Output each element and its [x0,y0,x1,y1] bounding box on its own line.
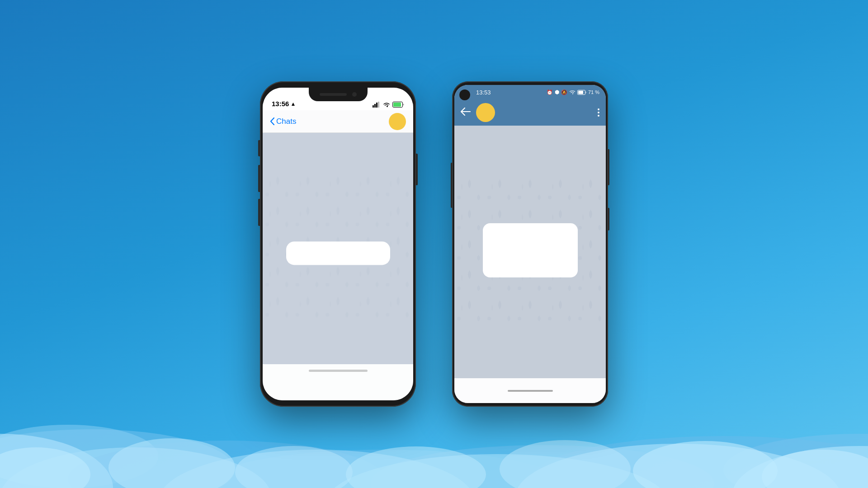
android-back-button[interactable] [461,107,471,118]
svg-rect-22 [376,103,377,108]
android-bluetooth-icon: ⬢ [555,89,559,95]
android-status-bar: 13:53 ⏰ ⬢ 🔕 [454,85,606,99]
ios-camera [352,92,357,97]
android-more-dot-1 [598,108,599,110]
ios-bottom-bar [263,364,413,400]
ios-location-icon: ▲ [290,101,296,107]
ios-status-icons [373,102,404,108]
ios-back-label: Chats [276,117,296,126]
ios-home-indicator [309,370,368,372]
ios-volume-up-button [258,165,260,192]
android-battery-icon [577,90,586,95]
android-chat-area [454,126,606,378]
android-back-arrow-icon [461,108,471,116]
ios-wifi-icon [383,102,390,108]
ios-screen: 13:56 ▲ [263,88,413,400]
android-more-dot-3 [598,115,599,117]
android-message-bubble [483,223,578,277]
ios-back-chevron-icon [270,117,274,125]
ios-mute-button [258,140,260,156]
ios-nav-bar: Chats [263,110,413,133]
android-alarm-icon: ⏰ [547,89,553,95]
android-status-icons: ⏰ ⬢ 🔕 [547,89,599,95]
android-phone: 13:53 ⏰ ⬢ 🔕 [452,81,608,407]
android-bottom-bar [454,378,606,403]
svg-rect-21 [374,104,376,108]
svg-rect-20 [373,105,374,108]
main-scene: 13:56 ▲ [0,0,868,488]
ios-volume-down-button [258,199,260,226]
android-power-button [608,149,609,185]
svg-rect-29 [578,91,583,94]
ios-notch [309,88,368,101]
android-more-dot-2 [598,112,599,113]
android-phone-wrapper: 13:53 ⏰ ⬢ 🔕 [452,81,608,407]
ios-chat-area [263,133,413,364]
ios-back-button[interactable]: Chats [270,117,296,126]
android-home-indicator [508,390,553,392]
android-side-nub [608,208,609,230]
android-time: 13:53 [476,89,491,96]
android-app-bar [454,99,606,126]
android-camera [459,89,470,100]
ios-speaker [320,93,347,96]
android-wifi-icon [569,90,576,95]
ios-battery-icon [392,102,404,108]
android-battery-pct: 71 % [588,89,599,95]
android-contact-avatar [476,103,495,122]
android-more-button[interactable] [598,108,599,117]
ios-message-bubble [286,241,390,265]
android-screen: 13:53 ⏰ ⬢ 🔕 [454,85,606,403]
ios-contact-avatar [389,113,406,130]
ios-time: 13:56 ▲ [272,100,296,108]
ios-power-button [416,154,418,185]
svg-rect-25 [393,103,401,107]
android-mute-icon: 🔕 [561,89,567,95]
ios-phone-wrapper: 13:56 ▲ [260,81,416,407]
android-volume-button [451,163,452,208]
ios-signal-icon [373,102,381,108]
ios-phone: 13:56 ▲ [260,81,416,407]
ios-clock: 13:56 [272,100,289,108]
svg-rect-23 [378,102,379,108]
